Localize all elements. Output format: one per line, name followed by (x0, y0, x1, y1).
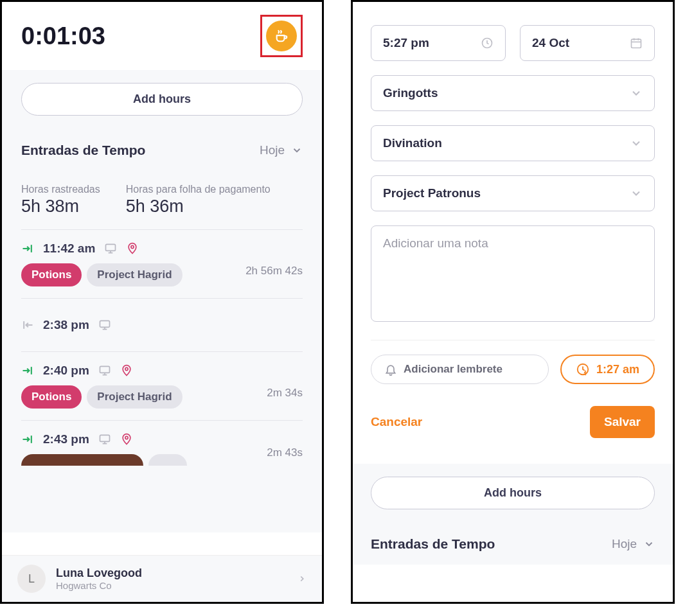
payroll-label: Horas para folha de pagamento (126, 184, 271, 195)
chevron-down-icon (630, 87, 643, 100)
clock-icon (481, 37, 494, 49)
clock-in-icon (21, 364, 34, 377)
location-icon (120, 433, 133, 446)
department-select[interactable]: Divination (371, 125, 655, 161)
tracked-value: 5h 38m (21, 197, 100, 216)
clock-out-icon (21, 319, 34, 331)
lower-section: Add hours Entradas de Tempo Hoje (353, 464, 673, 565)
monitor-icon (98, 319, 111, 331)
svg-rect-5 (100, 435, 109, 441)
clockout-time: 1:27 am (596, 363, 639, 376)
entry-duration: 2m 34s (267, 387, 303, 400)
svg-point-1 (131, 245, 134, 248)
entries-title: Entradas de Tempo (371, 536, 495, 552)
monitor-icon (98, 433, 111, 446)
svg-point-6 (125, 436, 128, 439)
notes-input[interactable]: Adicionar uma nota (371, 225, 655, 322)
clock-in-icon (21, 242, 34, 255)
add-hours-button[interactable]: Add hours (21, 83, 303, 116)
notes-placeholder: Adicionar uma nota (383, 236, 488, 250)
date-filter[interactable]: Hoje (612, 537, 655, 551)
time-field[interactable]: 5:27 pm (371, 25, 506, 61)
time-entry[interactable]: 2:38 pm (21, 299, 303, 352)
tag-task-partial (21, 454, 143, 466)
right-panel: 5:27 pm 24 Oct Gringotts Divination Proj… (351, 0, 675, 604)
entry-time: 2:38 pm (43, 318, 89, 332)
svg-rect-0 (106, 244, 116, 251)
entry-duration: 2h 56m 42s (245, 265, 303, 277)
chevron-right-icon (298, 574, 307, 583)
svg-point-4 (125, 367, 128, 370)
svg-rect-3 (100, 366, 109, 373)
date-value: 24 Oct (532, 36, 569, 50)
payroll-value: 5h 36m (126, 197, 271, 216)
user-org: Hogwarts Co (56, 580, 142, 591)
date-filter-label: Hoje (612, 537, 637, 551)
chevron-down-icon (630, 137, 643, 150)
date-filter[interactable]: Hoje (260, 143, 303, 157)
date-filter-label: Hoje (260, 143, 285, 157)
coffee-icon (274, 29, 289, 43)
calendar-icon (630, 37, 643, 49)
entry-time: 2:43 pm (43, 432, 89, 446)
avatar: L (17, 565, 46, 593)
clock-in-icon (21, 433, 34, 446)
tag-task: Potions (21, 385, 82, 409)
chevron-down-icon (643, 538, 655, 550)
break-highlight (260, 15, 303, 57)
tag-task: Potions (21, 263, 82, 286)
topbar: 0:01:03 (2, 2, 322, 70)
break-button[interactable] (266, 21, 297, 51)
payroll-summary: Horas para folha de pagamento 5h 36m (126, 184, 271, 216)
reminder-label: Adicionar lembrete (404, 363, 503, 376)
auto-clockout-button[interactable]: 1:27 am (560, 355, 655, 384)
entries-header: Entradas de Tempo Hoje (21, 143, 303, 158)
project-value: Project Patronus (383, 186, 481, 200)
user-footer[interactable]: L Luna Lovegood Hogwarts Co (2, 555, 322, 602)
department-value: Divination (383, 136, 442, 150)
left-panel: 0:01:03 Add hours Entradas de Tempo Hoje (0, 0, 324, 604)
save-button[interactable]: Salvar (590, 406, 655, 438)
date-field[interactable]: 24 Oct (520, 25, 655, 61)
company-select[interactable]: Gringotts (371, 75, 655, 111)
time-entry[interactable]: 11:42 am Potions Project Hagrid 2h 56m 4… (21, 230, 303, 299)
tracked-summary: Horas rastreadas 5h 38m (21, 184, 100, 216)
tracked-label: Horas rastreadas (21, 184, 100, 195)
company-value: Gringotts (383, 86, 438, 100)
svg-rect-8 (632, 39, 641, 48)
chevron-down-icon (291, 145, 303, 156)
add-hours-button[interactable]: Add hours (371, 477, 655, 509)
location-icon (126, 242, 139, 255)
entry-time: 2:40 pm (43, 364, 89, 378)
monitor-icon (98, 364, 111, 377)
entry-time: 11:42 am (43, 242, 95, 256)
monitor-icon (104, 242, 117, 255)
chevron-down-icon (630, 187, 643, 200)
project-select[interactable]: Project Patronus (371, 175, 655, 211)
location-icon (120, 364, 133, 377)
timer-display: 0:01:03 (21, 22, 105, 50)
entry-duration: 2m 43s (267, 446, 303, 459)
add-reminder-button[interactable]: Adicionar lembrete (371, 355, 549, 384)
entries-title: Entradas de Tempo (21, 143, 145, 158)
tag-project: Project Hagrid (87, 385, 182, 409)
form-area: 5:27 pm 24 Oct Gringotts Divination Proj… (353, 2, 673, 438)
clock-bolt-icon (576, 362, 590, 376)
user-name: Luna Lovegood (56, 567, 142, 580)
time-entry[interactable]: 2:40 pm Potions Project Hagrid 2m 34s (21, 352, 303, 421)
tag-project: Project Hagrid (87, 263, 182, 286)
bell-icon (384, 363, 397, 376)
cancel-button[interactable]: Cancelar (371, 415, 422, 429)
content-area: Add hours Entradas de Tempo Hoje Horas r… (2, 70, 322, 532)
time-value: 5:27 pm (383, 36, 429, 50)
svg-rect-2 (100, 321, 109, 327)
tag-project-partial (148, 454, 187, 466)
time-entry[interactable]: 2:43 pm 2m 43s (21, 421, 303, 477)
summary-row: Horas rastreadas 5h 38m Horas para folha… (21, 184, 303, 230)
